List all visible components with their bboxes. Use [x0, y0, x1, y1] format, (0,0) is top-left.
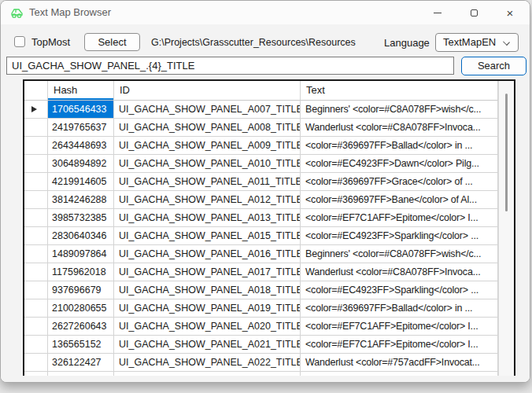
row-header-cell[interactable]: [24, 209, 48, 227]
cell-hash[interactable]: 2100280655: [48, 299, 114, 318]
titlebar: Text Map Browser ×: [1, 1, 530, 24]
row-header-cell[interactable]: [24, 227, 48, 245]
cell-id[interactable]: UI_GACHA_SHOW_PANEL_A022_TITLE: [114, 354, 301, 372]
table-row[interactable]: 4219914605 UI_GACHA_SHOW_PANEL_A011_TITL…: [24, 173, 498, 191]
table-row[interactable]: 136565152 UI_GACHA_SHOW_PANEL_A021_TITLE…: [24, 336, 498, 354]
cell-id[interactable]: UI_GACHA_SHOW_PANEL_A021_TITLE: [114, 336, 301, 354]
cell-text[interactable]: <color=#EC4923FF>Sparkling</color> ...: [301, 281, 498, 299]
caption-buttons: ×: [419, 1, 528, 24]
row-header-cell[interactable]: [24, 318, 48, 336]
table-row[interactable]: 1706546433 UI_GACHA_SHOW_PANEL_A007_TITL…: [24, 101, 498, 119]
cell-text[interactable]: <color=#EF7C1AFF>Epitome</color> I...: [301, 318, 498, 336]
cell-hash[interactable]: 1489097864: [48, 245, 114, 263]
language-select[interactable]: TextMapEN: [435, 33, 519, 52]
row-header-cell[interactable]: [24, 137, 48, 155]
cell-text[interactable]: <color=#369697FF>Ballad</color> in ...: [301, 137, 498, 155]
table-row[interactable]: 326122427 UI_GACHA_SHOW_PANEL_A022_TITLE…: [24, 354, 498, 372]
cell-hash[interactable]: 3064894892: [48, 155, 114, 173]
cell-id[interactable]: UI_GACHA_SHOW_PANEL_A011_TITLE: [114, 173, 301, 191]
row-header-cell[interactable]: [24, 354, 48, 372]
cell-text[interactable]: Wanderlust <color=#757acdFF>Invocat...: [301, 354, 498, 372]
vertical-scrollbar[interactable]: [498, 81, 514, 376]
table-row[interactable]: 3985732385 UI_GACHA_SHOW_PANEL_A013_TITL…: [24, 209, 498, 227]
cell-hash[interactable]: 326122427: [48, 354, 114, 372]
row-header-cell[interactable]: [24, 245, 48, 263]
minimize-icon[interactable]: [419, 1, 456, 24]
select-button[interactable]: Select: [84, 33, 140, 51]
cell-hash[interactable]: 2830640346: [48, 227, 114, 245]
cell-id[interactable]: UI_GACHA_SHOW_PANEL_A020_TITLE: [114, 318, 301, 336]
cell-id[interactable]: UI_GACHA_SHOW_PANEL_A013_TITLE: [114, 209, 301, 227]
cell-hash[interactable]: 1175962018: [48, 263, 114, 281]
column-header-id[interactable]: ID: [114, 81, 301, 101]
resources-path: G:\Projects\Grasscutter_Resources\Resour…: [151, 37, 356, 48]
row-header-cell[interactable]: [24, 191, 48, 209]
cell-text[interactable]: <color=#EF7C1AFF>Epitome</color> I...: [301, 209, 498, 227]
cell-text[interactable]: <color=#369697FF>Grace</color> of ...: [301, 173, 498, 191]
cell-text[interactable]: Wanderlust <color=#C8A078FF>Invoca...: [301, 119, 498, 137]
grid-header-row: Hash ID Text: [24, 81, 514, 101]
row-header-cell[interactable]: [24, 119, 48, 137]
cell-id[interactable]: UI_GACHA_SHOW_PANEL_A018_TITLE: [114, 281, 301, 299]
row-header-cell[interactable]: [24, 173, 48, 191]
table-row[interactable]: 3814246288 UI_GACHA_SHOW_PANEL_A012_TITL…: [24, 191, 498, 209]
cell-hash[interactable]: 937696679: [48, 281, 114, 299]
cell-text[interactable]: <color=#EC4923FF>Sparkling</color> ...: [301, 227, 498, 245]
row-header-cell[interactable]: [24, 299, 48, 318]
cell-id[interactable]: UI_GACHA_SHOW_PANEL_A017_TITLE: [114, 263, 301, 281]
app-logo-icon: [10, 6, 24, 19]
cell-id[interactable]: UI_GACHA_SHOW_PANEL_A012_TITLE: [114, 191, 301, 209]
cell-hash[interactable]: 2643448693: [48, 137, 114, 155]
row-header-cell[interactable]: [24, 263, 48, 281]
table-row[interactable]: 1489097864 UI_GACHA_SHOW_PANEL_A016_TITL…: [24, 245, 498, 263]
cell-hash[interactable]: 3814246288: [48, 191, 114, 209]
cell-hash[interactable]: 4219914605: [48, 173, 114, 191]
app-window: Text Map Browser × TopMost Select G:\Pro…: [0, 0, 530, 383]
cell-text[interactable]: <color=#EF7C1AFF>Epitome</color> I...: [301, 336, 498, 354]
cell-text[interactable]: Wanderlust <color=#C8A078FF>Invoca...: [301, 263, 498, 281]
cell-id[interactable]: UI_GACHA_SHOW_PANEL_A007_TITLE: [114, 101, 301, 119]
cell-id[interactable]: UI_GACHA_SHOW_PANEL_A008_TITLE: [114, 119, 301, 137]
cell-hash[interactable]: 3985732385: [48, 209, 114, 227]
cell-text[interactable]: Beginners' <color=#C8A078FF>wish</c...: [301, 101, 498, 119]
maximize-icon[interactable]: [456, 1, 492, 24]
row-header-cell[interactable]: [24, 336, 48, 354]
cell-text[interactable]: Beginners' <color=#C8A078FF>wish</c...: [301, 245, 498, 263]
grid-corner-header[interactable]: [24, 81, 48, 101]
window-bottom-strip: [1, 376, 530, 382]
search-button[interactable]: Search: [461, 57, 526, 75]
cell-hash[interactable]: 136565152: [48, 336, 114, 354]
table-row[interactable]: 1175962018 UI_GACHA_SHOW_PANEL_A017_TITL…: [24, 263, 498, 281]
table-row[interactable]: 937696679 UI_GACHA_SHOW_PANEL_A018_TITLE…: [24, 281, 498, 299]
chevron-down-icon: [503, 39, 510, 46]
row-header-cell[interactable]: [24, 155, 48, 173]
row-header-cell[interactable]: [24, 281, 48, 299]
close-icon[interactable]: ×: [492, 1, 528, 24]
column-header-id-label: ID: [120, 84, 130, 96]
cell-text[interactable]: <color=#EC4923FF>Dawn</color> Pilg...: [301, 155, 498, 173]
search-input[interactable]: [6, 57, 454, 75]
table-row[interactable]: 2830640346 UI_GACHA_SHOW_PANEL_A015_TITL…: [24, 227, 498, 245]
cell-text[interactable]: <color=#369697FF>Bane</color> of Al...: [301, 191, 498, 209]
cell-text[interactable]: <color=#369697FF>Ballad</color> in ...: [301, 299, 498, 318]
column-header-hash-label: Hash: [54, 84, 77, 96]
cell-id[interactable]: UI_GACHA_SHOW_PANEL_A009_TITLE: [114, 137, 301, 155]
cell-id[interactable]: UI_GACHA_SHOW_PANEL_A010_TITLE: [114, 155, 301, 173]
cell-id[interactable]: UI_GACHA_SHOW_PANEL_A016_TITLE: [114, 245, 301, 263]
scrollbar-thumb[interactable]: [505, 94, 508, 211]
cell-hash[interactable]: 2419765637: [48, 119, 114, 137]
topmost-checkbox[interactable]: [14, 36, 25, 47]
topmost-label[interactable]: TopMost: [31, 36, 70, 48]
cell-hash[interactable]: 1706546433: [48, 101, 114, 119]
table-row[interactable]: 2100280655 UI_GACHA_SHOW_PANEL_A019_TITL…: [24, 299, 498, 318]
table-row[interactable]: 2627260643 UI_GACHA_SHOW_PANEL_A020_TITL…: [24, 318, 498, 336]
cell-id[interactable]: UI_GACHA_SHOW_PANEL_A015_TITLE: [114, 227, 301, 245]
table-row[interactable]: 2419765637 UI_GACHA_SHOW_PANEL_A008_TITL…: [24, 119, 498, 137]
column-header-hash[interactable]: Hash: [48, 81, 114, 101]
cell-id[interactable]: UI_GACHA_SHOW_PANEL_A019_TITLE: [114, 299, 301, 318]
cell-hash[interactable]: 2627260643: [48, 318, 114, 336]
column-header-text[interactable]: Text: [301, 81, 498, 101]
table-row[interactable]: 2643448693 UI_GACHA_SHOW_PANEL_A009_TITL…: [24, 137, 498, 155]
row-header-cell[interactable]: [24, 101, 48, 119]
table-row[interactable]: 3064894892 UI_GACHA_SHOW_PANEL_A010_TITL…: [24, 155, 498, 173]
